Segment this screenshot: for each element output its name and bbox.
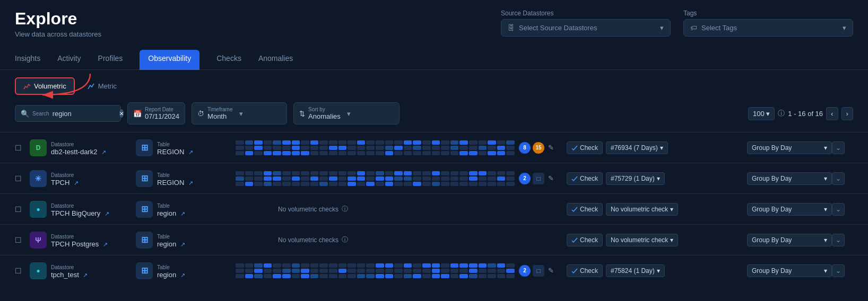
- check-value[interactable]: #75729 (1 Day) ▾: [606, 172, 665, 185]
- mini-cell: [488, 182, 496, 186]
- bookmark-icon[interactable]: ☐: [15, 236, 22, 244]
- mini-cell: [497, 269, 506, 273]
- mini-cell: [459, 182, 468, 186]
- check-button[interactable]: Check: [567, 264, 603, 277]
- timeframe-value: Month: [207, 112, 227, 120]
- tab-checks[interactable]: Checks: [216, 50, 241, 70]
- check-button[interactable]: Check: [567, 172, 603, 185]
- mini-cell: [292, 151, 300, 155]
- edit-icon[interactable]: ✎: [546, 142, 555, 153]
- mini-cell: [338, 146, 347, 150]
- mini-cell: [404, 151, 412, 155]
- timeframe-filter[interactable]: ⏱ Timeframe Month ▾: [192, 102, 287, 125]
- search-icon: 🔍: [21, 110, 29, 118]
- sub-tab-volumetric[interactable]: Volumetric: [15, 77, 75, 95]
- expand-button[interactable]: ⌄: [832, 141, 845, 154]
- expand-button[interactable]: ⌄: [832, 203, 845, 216]
- datastore-link-icon[interactable]: ↗: [103, 241, 108, 247]
- groupby-chevron: ▾: [824, 206, 827, 213]
- sort-value: Anomalies: [308, 112, 341, 120]
- expand-button[interactable]: ⌄: [832, 172, 845, 185]
- mini-cell: [292, 171, 300, 175]
- per-page-select[interactable]: 100 ▾: [748, 107, 775, 120]
- groupby-select[interactable]: Group By Day ▾: [747, 172, 832, 185]
- datastore-type-label: Datastore: [51, 264, 74, 270]
- check-value[interactable]: No volumetric check ▾: [606, 203, 678, 216]
- datastore-link-icon[interactable]: ↗: [74, 180, 79, 186]
- badge-count[interactable]: 2: [519, 265, 531, 277]
- groupby-select[interactable]: Group By Day ▾: [747, 141, 832, 154]
- timeframe-label: Timeframe: [207, 107, 232, 112]
- badge-anomaly[interactable]: 15: [533, 142, 544, 154]
- sort-label: Sort by: [308, 107, 341, 112]
- tab-observability[interactable]: Observability: [140, 50, 199, 70]
- mini-cell: [376, 146, 384, 150]
- mini-cell: [497, 140, 506, 145]
- check-value[interactable]: #75824 (1 Day) ▾: [606, 264, 665, 277]
- prev-page-button[interactable]: ‹: [826, 107, 838, 120]
- mini-cell: [282, 146, 291, 150]
- mini-cell: [479, 274, 487, 278]
- mini-cell: [497, 176, 506, 181]
- mini-cell: [413, 263, 421, 268]
- mini-cell: [469, 140, 478, 145]
- datastore-type-label: Datastore: [51, 203, 74, 209]
- check-button[interactable]: Check: [567, 141, 603, 154]
- mini-cell: [441, 274, 449, 278]
- table-link-icon[interactable]: ↗: [180, 210, 185, 217]
- groupby-select[interactable]: Group By Day ▾: [747, 203, 832, 216]
- datastore-name: tpch_test: [51, 271, 79, 279]
- sub-tab-metric[interactable]: Metric: [79, 77, 125, 95]
- table-link-icon[interactable]: ↗: [188, 149, 193, 155]
- mini-cell: [310, 182, 319, 186]
- tab-activity[interactable]: Activity: [57, 50, 81, 70]
- datastore-link-icon[interactable]: ↗: [105, 210, 109, 217]
- mini-cell: [432, 182, 440, 186]
- tab-insights[interactable]: Insights: [15, 50, 40, 70]
- bookmark-icon[interactable]: ☐: [15, 174, 22, 183]
- bookmark-icon[interactable]: ☐: [15, 205, 22, 214]
- expand-button[interactable]: ⌄: [832, 264, 845, 277]
- datastore-link-icon[interactable]: ↗: [101, 149, 106, 155]
- edit-icon[interactable]: ✎: [546, 173, 555, 184]
- check-button[interactable]: Check: [567, 234, 603, 246]
- table-link-icon[interactable]: ↗: [180, 272, 185, 278]
- tags-select[interactable]: 🏷 Select Tags ▾: [683, 19, 853, 37]
- bookmark-icon[interactable]: ☐: [15, 267, 22, 275]
- tab-anomalies[interactable]: Anomalies: [258, 50, 293, 70]
- report-date-filter[interactable]: 📅 Report Date 07/11/2024: [127, 102, 185, 125]
- tags-placeholder: Select Tags: [701, 24, 737, 32]
- check-value[interactable]: #76934 (7 Days) ▾: [606, 141, 668, 154]
- source-datastores-select[interactable]: 🗄 Select Source Datastores ▾: [501, 19, 671, 37]
- mini-cell: [245, 146, 254, 150]
- badge-count[interactable]: 8: [519, 142, 531, 154]
- mini-cell: [310, 140, 319, 145]
- groupby-select[interactable]: Group By Day ▾: [747, 264, 832, 277]
- table-link-icon[interactable]: ↗: [180, 241, 185, 247]
- datastore-link-icon[interactable]: ↗: [83, 272, 88, 278]
- table-link-icon[interactable]: ↗: [188, 180, 193, 186]
- mini-cell: [348, 182, 356, 186]
- check-button[interactable]: Check: [567, 203, 603, 216]
- mini-cell: [385, 274, 394, 278]
- search-clear-button[interactable]: ✕: [119, 109, 124, 118]
- mini-cell: [432, 263, 440, 268]
- sort-filter[interactable]: ⇅ Sort by Anomalies ▾: [293, 102, 400, 125]
- help-icon[interactable]: ⓘ: [342, 235, 348, 244]
- help-icon[interactable]: ⓘ: [342, 205, 348, 214]
- check-value[interactable]: No volumetric check ▾: [606, 234, 678, 246]
- mini-cell: [469, 269, 478, 273]
- mini-cell: [319, 263, 328, 268]
- expand-button[interactable]: ⌄: [832, 234, 845, 246]
- bookmark-icon[interactable]: ☐: [15, 144, 22, 152]
- search-filter[interactable]: 🔍 Search ✕: [15, 105, 121, 122]
- tab-profiles[interactable]: Profiles: [98, 50, 123, 70]
- search-input[interactable]: [53, 110, 116, 118]
- groupby-select[interactable]: Group By Day ▾: [747, 234, 832, 246]
- next-page-button[interactable]: ›: [841, 107, 853, 120]
- edit-icon[interactable]: ✎: [546, 265, 555, 276]
- mini-cell: [413, 140, 421, 145]
- mini-chart: [236, 233, 275, 247]
- table-type-label: Table: [157, 234, 170, 240]
- badge-count[interactable]: 2: [519, 173, 531, 184]
